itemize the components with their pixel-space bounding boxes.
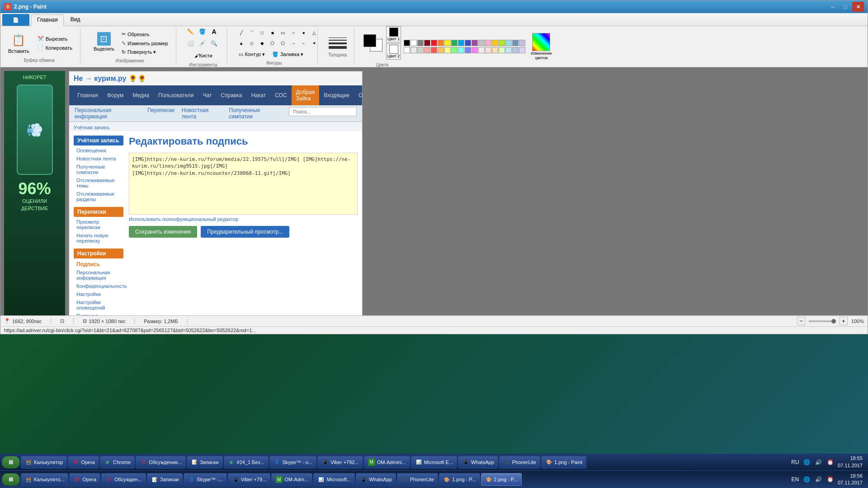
magnifier-tool[interactable]: 🔍: [209, 38, 220, 49]
round-rect-shape[interactable]: ▭: [278, 28, 288, 38]
taskbar-discussion[interactable]: O Обсуждения...: [136, 456, 186, 469]
color-foreground[interactable]: [363, 34, 376, 47]
color2-button[interactable]: Цвет 2: [386, 43, 401, 60]
color-dgray[interactable]: [417, 40, 424, 46]
taskbar-viber[interactable]: 📱 Viber +792...: [317, 456, 363, 469]
color-b15[interactable]: [499, 47, 505, 53]
start-button[interactable]: ⊞: [2, 456, 20, 469]
sub-nav-news[interactable]: Новостная лента: [182, 107, 222, 120]
tab-home[interactable]: Главная: [31, 14, 64, 26]
sidebar-new-mail[interactable]: Начать новую переписку: [74, 231, 123, 245]
filled-ellipse-shape[interactable]: ●: [299, 28, 309, 38]
triangle-shape[interactable]: △: [309, 28, 319, 38]
sidebar-tracked-sections[interactable]: Отслеживаемые разделы: [74, 190, 123, 203]
sidebar-news[interactable]: Новостная лента: [74, 155, 123, 163]
thickness-3[interactable]: [329, 42, 347, 44]
taskbar-paint2-bottom[interactable]: 🎨 2.png - P...: [481, 473, 522, 486]
color-b13[interactable]: [485, 47, 491, 53]
sub-nav-personal[interactable]: Персональная информация: [75, 107, 140, 120]
taskbar-whatsapp-bottom[interactable]: 📱 WhatsApp: [356, 473, 396, 486]
star4-shape[interactable]: ✦: [309, 38, 319, 48]
paste-button[interactable]: 📋 Вставить: [4, 31, 33, 56]
taskbar-calc[interactable]: 🧮 Калькулятор: [21, 456, 67, 469]
sidebar-settings[interactable]: Настройки: [74, 290, 123, 298]
color-b5[interactable]: [431, 47, 437, 53]
zoom-out-button[interactable]: −: [797, 317, 805, 325]
taskbar-excel-bottom[interactable]: 📊 Microsoft...: [313, 473, 355, 486]
pentagon-shape[interactable]: ⬠: [268, 38, 278, 48]
color-white[interactable]: [410, 40, 417, 46]
nav-forum[interactable]: Форум: [103, 89, 128, 102]
color-b1[interactable]: [404, 47, 410, 53]
color-b8[interactable]: [451, 47, 458, 53]
nav-zaika[interactable]: Добрая Зайка: [292, 85, 320, 105]
taskbar-om[interactable]: M OM-Admini...: [364, 456, 410, 469]
color-b10[interactable]: [465, 47, 471, 53]
preview-button[interactable]: Предварительный просмотр...: [201, 226, 289, 238]
sub-nav-mail[interactable]: Переписки: [147, 107, 175, 120]
sidebar-personal[interactable]: Персональная информация: [74, 268, 123, 282]
color-black[interactable]: [404, 40, 410, 46]
color-lime[interactable]: [499, 40, 505, 46]
color-lblue[interactable]: [512, 40, 519, 46]
color-b11[interactable]: [472, 47, 478, 53]
crop-button[interactable]: ✂ Обрезать: [119, 30, 170, 38]
close-button[interactable]: ✕: [852, 2, 864, 12]
color-teal[interactable]: [458, 40, 464, 46]
nav-nakat[interactable]: Накат: [246, 89, 270, 102]
ellipse-shape[interactable]: ○: [288, 28, 298, 38]
thickness-4[interactable]: [329, 46, 347, 49]
nav-chat[interactable]: Чат: [198, 89, 216, 102]
taskbar-discussion-bottom[interactable]: O Обсужден...: [101, 473, 146, 486]
minimize-button[interactable]: ─: [827, 2, 839, 12]
sidebar-alert-settings[interactable]: Настройки оповещений: [74, 298, 123, 312]
taskbar-opera[interactable]: O Opera: [68, 456, 99, 469]
tab-view[interactable]: Вид: [65, 14, 86, 26]
color-b6[interactable]: [438, 47, 444, 53]
color-b12[interactable]: [478, 47, 485, 53]
fill-btn[interactable]: 🪣 Заливка ▾: [270, 50, 306, 59]
diamond-shape[interactable]: ◇: [247, 38, 257, 48]
color-b16[interactable]: [505, 47, 512, 53]
taskbar-skype-bottom[interactable]: S Skype™ -...: [184, 473, 226, 486]
taskbar-paint1-bottom[interactable]: 🎨 1.png - P...: [439, 473, 480, 486]
copy-button[interactable]: 📄 Копировать: [35, 43, 75, 52]
taskbar-skype[interactable]: S Skype™ - о...: [269, 456, 317, 469]
nav-users[interactable]: Пользователи: [154, 89, 198, 102]
color-cyan[interactable]: [505, 40, 512, 46]
color-green[interactable]: [451, 40, 458, 46]
taskbar-phoner[interactable]: 📞 PhonerLite: [499, 456, 540, 469]
taskbar-whatsapp[interactable]: 📱 WhatsApp: [458, 456, 498, 469]
resize-button[interactable]: ⤡ Изменить размер: [119, 39, 170, 47]
text-tool[interactable]: A: [209, 26, 220, 37]
color-red[interactable]: [431, 40, 437, 46]
eraser-tool[interactable]: ⬜: [185, 38, 196, 49]
filled-triangle-shape[interactable]: ▲: [236, 38, 246, 48]
color-tan[interactable]: [492, 40, 498, 46]
select-button[interactable]: ⊡ Выделить: [90, 30, 118, 56]
file-menu[interactable]: 📄: [2, 14, 29, 26]
nav-help[interactable]: Справка: [216, 89, 246, 102]
save-button[interactable]: Сохранить изменения: [129, 226, 197, 238]
color-b3[interactable]: [417, 47, 424, 53]
color-pink[interactable]: [485, 40, 491, 46]
nav-sos[interactable]: СОС: [270, 89, 291, 102]
editor-hint[interactable]: Использовать полнофункциональный редакто…: [129, 216, 238, 222]
color-b18[interactable]: [519, 47, 525, 53]
color-blue[interactable]: [465, 40, 471, 46]
rect-shape[interactable]: □: [257, 28, 267, 38]
curve-shape[interactable]: ⌒: [247, 28, 257, 38]
color-orange[interactable]: [438, 40, 444, 46]
color-purple[interactable]: [472, 40, 478, 46]
color-lgray[interactable]: [478, 40, 485, 46]
taskbar-chrome2[interactable]: ◉ #24_1 Без...: [224, 456, 269, 469]
brushes-button[interactable]: 🖌 Кисти: [190, 51, 217, 61]
sidebar-subscription[interactable]: Подписка: [74, 312, 123, 315]
zoom-in-button[interactable]: +: [840, 317, 848, 325]
sidebar-tracked-topics[interactable]: Отслеживаемые темы: [74, 176, 123, 190]
color-b2[interactable]: [410, 47, 417, 53]
taskbar-paint1[interactable]: 🎨 1.png - Paint: [541, 456, 586, 469]
rotate-button[interactable]: ↻ Повернуть ▾: [119, 48, 170, 56]
color-b14[interactable]: [492, 47, 498, 53]
color-picker-tool[interactable]: 💉: [197, 38, 208, 49]
